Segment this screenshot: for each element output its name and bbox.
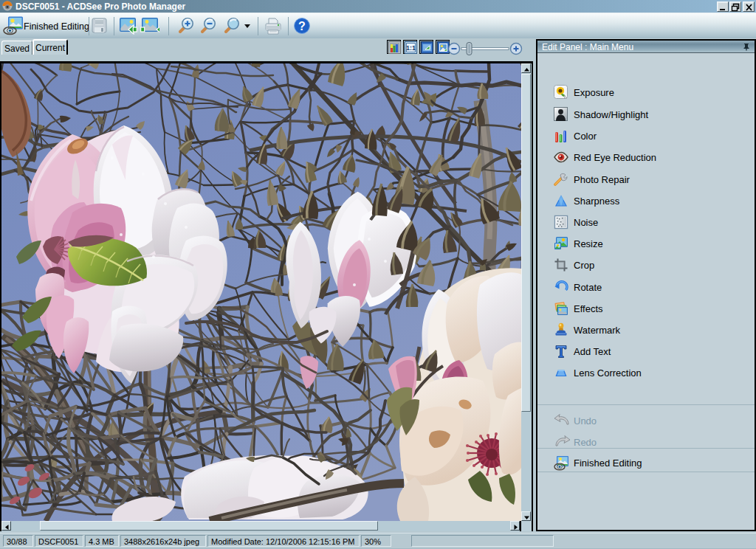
svg-text:1:1: 1:1: [406, 44, 416, 52]
svg-text:?: ?: [298, 20, 306, 32]
